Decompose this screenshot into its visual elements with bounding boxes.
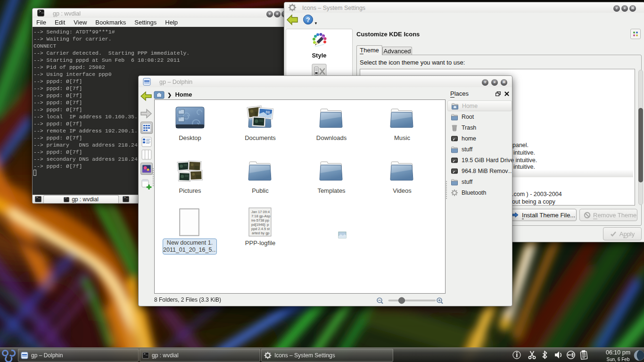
svg-text:ppd 2.4.5 st: ppd 2.4.5 st bbox=[251, 227, 270, 231]
svg-text:pd[1946]: p: pd[1946]: p bbox=[251, 222, 269, 227]
svg-text:arted by gp: arted by gp bbox=[252, 231, 270, 235]
svg-text:Jan 17 09:4: Jan 17 09:4 bbox=[251, 210, 270, 214]
svg-text:7:18 gp-Asp: 7:18 gp-Asp bbox=[251, 214, 270, 218]
svg-text:ire-5738 pp: ire-5738 pp bbox=[251, 218, 269, 222]
